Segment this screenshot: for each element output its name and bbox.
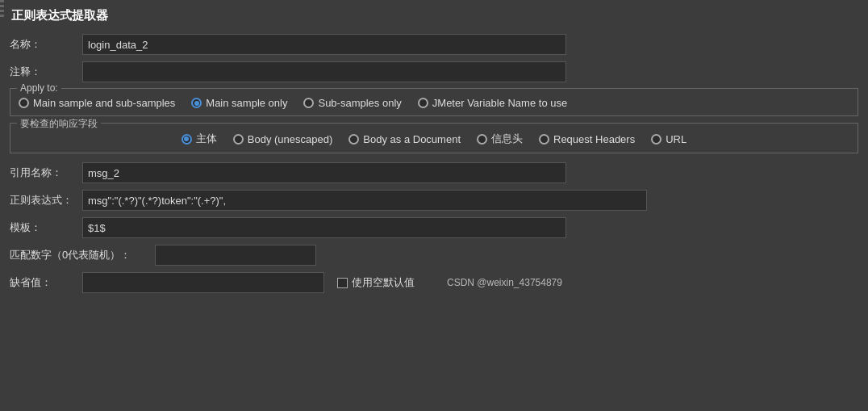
match-no-label: 匹配数字（0代表随机）： bbox=[10, 248, 155, 262]
radio-circle-info-header bbox=[477, 134, 487, 145]
default-row: 缺省值： 使用空默认值 CSDN @weixin_43754879 bbox=[10, 271, 858, 294]
regex-label: 正则表达式： bbox=[10, 193, 82, 208]
radio-main-and-sub[interactable]: Main sample and sub-samples bbox=[19, 97, 175, 109]
default-label: 缺省值： bbox=[10, 275, 82, 290]
dialog-title: 正则表达式提取器 bbox=[10, 8, 858, 23]
match-no-input[interactable] bbox=[155, 245, 316, 266]
radio-label-body-unescaped: Body (unescaped) bbox=[248, 133, 333, 145]
comment-label: 注释： bbox=[10, 65, 82, 79]
default-input[interactable] bbox=[82, 272, 324, 293]
radio-circle-body bbox=[182, 134, 192, 145]
radio-body[interactable]: 主体 bbox=[182, 132, 217, 146]
apply-to-radio-row: Main sample and sub-samples Main sample … bbox=[19, 94, 849, 109]
radio-circle-body-doc bbox=[348, 134, 359, 145]
regex-row: 正则表达式： bbox=[10, 189, 858, 212]
use-empty-label: 使用空默认值 bbox=[352, 275, 415, 290]
comment-input[interactable] bbox=[82, 61, 566, 82]
radio-circle-main-and-sub bbox=[19, 98, 29, 108]
left-accent bbox=[0, 0, 4, 18]
ref-name-label: 引用名称： bbox=[10, 166, 82, 180]
name-row: 名称： bbox=[10, 33, 858, 56]
radio-main-only[interactable]: Main sample only bbox=[191, 97, 287, 109]
response-field-legend: 要检查的响应字段 bbox=[17, 117, 101, 131]
comment-row: 注释： bbox=[10, 61, 858, 83]
ref-name-input[interactable] bbox=[82, 162, 566, 183]
radio-body-unescaped[interactable]: Body (unescaped) bbox=[233, 133, 333, 145]
radio-req-headers[interactable]: Request Headers bbox=[539, 133, 635, 145]
radio-label-body-doc: Body as a Document bbox=[363, 133, 461, 145]
radio-label-main-only: Main sample only bbox=[206, 97, 287, 109]
radio-url[interactable]: URL bbox=[651, 133, 686, 145]
response-radio-row: 主体 Body (unescaped) Body as a Document 信… bbox=[19, 128, 849, 146]
regex-input[interactable] bbox=[82, 190, 647, 211]
radio-circle-jmeter-var bbox=[418, 98, 428, 108]
radio-label-jmeter-var: JMeter Variable Name to use bbox=[432, 97, 567, 109]
radio-jmeter-var[interactable]: JMeter Variable Name to use bbox=[418, 97, 567, 109]
main-container: 正则表达式提取器 名称： 注释： Apply to: Main sample a… bbox=[0, 0, 868, 308]
ref-name-row: 引用名称： bbox=[10, 161, 858, 184]
name-input[interactable] bbox=[82, 34, 566, 55]
radio-label-req-headers: Request Headers bbox=[553, 133, 635, 145]
radio-circle-req-headers bbox=[539, 134, 549, 145]
radio-label-main-and-sub: Main sample and sub-samples bbox=[33, 97, 175, 109]
name-label: 名称： bbox=[10, 37, 82, 52]
radio-label-body: 主体 bbox=[196, 132, 217, 146]
radio-circle-url bbox=[651, 134, 661, 145]
match-no-row: 匹配数字（0代表随机）： bbox=[10, 244, 858, 266]
template-label: 模板： bbox=[10, 220, 82, 235]
radio-sub-only[interactable]: Sub-samples only bbox=[303, 97, 401, 109]
radio-circle-main-only bbox=[191, 98, 202, 108]
radio-body-doc[interactable]: Body as a Document bbox=[348, 133, 461, 145]
use-empty-checkbox[interactable]: 使用空默认值 bbox=[337, 275, 415, 290]
watermark: CSDN @weixin_43754879 bbox=[447, 277, 562, 288]
apply-to-legend: Apply to: bbox=[17, 82, 61, 94]
radio-label-sub-only: Sub-samples only bbox=[318, 97, 401, 109]
checkbox-box bbox=[337, 278, 348, 288]
template-input[interactable] bbox=[82, 217, 566, 238]
radio-circle-body-unescaped bbox=[233, 134, 244, 145]
radio-circle-sub-only bbox=[303, 98, 314, 108]
apply-to-group: Apply to: Main sample and sub-samples Ma… bbox=[10, 88, 858, 116]
radio-label-url: URL bbox=[666, 133, 686, 145]
template-row: 模板： bbox=[10, 216, 858, 239]
radio-info-header[interactable]: 信息头 bbox=[477, 132, 523, 146]
radio-label-info-header: 信息头 bbox=[491, 132, 523, 146]
response-field-group: 要检查的响应字段 主体 Body (unescaped) Body as a D… bbox=[10, 123, 858, 153]
